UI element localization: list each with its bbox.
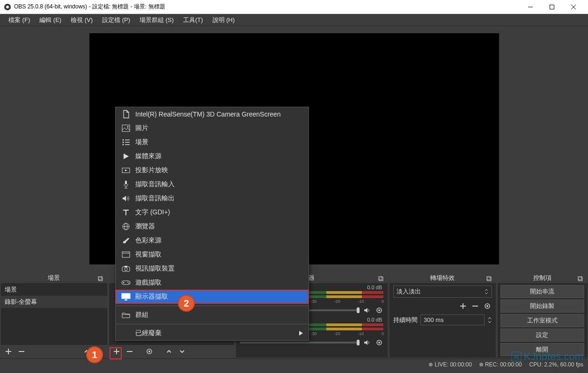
spinner-up[interactable] xyxy=(487,316,492,320)
mixer-title-partial: 器 xyxy=(309,274,315,282)
window-icon xyxy=(121,250,131,259)
svg-point-35 xyxy=(123,139,124,141)
folder-icon xyxy=(121,310,131,320)
controls-title: 控制項 xyxy=(533,274,551,282)
play-icon xyxy=(121,152,131,161)
add-scene-button[interactable] xyxy=(4,347,13,356)
svg-rect-44 xyxy=(125,181,127,184)
gear-icon[interactable] xyxy=(375,338,384,347)
svg-rect-31 xyxy=(579,277,582,281)
svg-text:网: 网 xyxy=(514,354,519,360)
ctx-item-game-capture[interactable]: 遊戲擷取 xyxy=(116,276,309,290)
menubar: 檔案 (F) 編輯 (E) 檢視 (V) 設定檔 (P) 場景群組 (S) 工具… xyxy=(0,14,588,26)
move-up-button[interactable] xyxy=(164,347,174,356)
ctx-item-deprecated[interactable]: 已經廢棄 xyxy=(116,326,309,340)
svg-marker-21 xyxy=(364,340,368,345)
ctx-item-text[interactable]: 文字 (GDI+) xyxy=(116,205,309,219)
window-titlebar: OBS 25.0.8 (64-bit, windows) - 設定檔: 無標題 … xyxy=(0,0,588,14)
spinner-down[interactable] xyxy=(487,320,492,324)
svg-marker-67 xyxy=(299,331,303,336)
duration-input[interactable]: 300 ms xyxy=(420,314,485,325)
remove-scene-button[interactable] xyxy=(17,347,26,356)
svg-point-37 xyxy=(123,142,124,143)
scene-item[interactable]: 場景 xyxy=(1,284,107,296)
menu-profile[interactable]: 設定檔 (P) xyxy=(97,14,135,26)
move-down-button[interactable] xyxy=(177,347,187,356)
menu-file[interactable]: 檔案 (F) xyxy=(4,14,35,26)
ctx-item-media[interactable]: 媒體來源 xyxy=(116,149,309,163)
text-icon xyxy=(121,208,131,217)
controls-panel: 控制項 開始串流 開始錄製 工作室模式 設定 離開 xyxy=(498,272,587,358)
ctx-item-color[interactable]: 色彩來源 xyxy=(116,234,309,248)
settings-button[interactable]: 設定 xyxy=(500,329,584,342)
ctx-item-display-capture[interactable]: 顯示器擷取 xyxy=(116,290,309,304)
popout-icon[interactable] xyxy=(485,274,494,284)
ctx-item-realsense[interactable]: Intel(R) RealSense(TM) 3D Camera GreenSc… xyxy=(116,107,309,121)
remove-source-button[interactable] xyxy=(125,347,134,356)
camera-icon xyxy=(121,264,131,273)
popout-icon[interactable] xyxy=(576,274,585,284)
svg-rect-3 xyxy=(550,5,554,9)
add-source-button[interactable] xyxy=(112,347,121,356)
ctx-item-video-capture[interactable]: 視訊擷取裝置 xyxy=(116,262,309,276)
svg-rect-53 xyxy=(122,252,130,257)
svg-rect-17 xyxy=(378,276,382,280)
rec-indicator-icon xyxy=(479,363,483,366)
svg-marker-47 xyxy=(123,196,126,201)
start-stream-button[interactable]: 開始串流 xyxy=(500,285,584,298)
ctx-item-slideshow[interactable]: 投影片放映 xyxy=(116,163,309,177)
annotation-badge-2: 2 xyxy=(178,295,195,312)
gear-icon[interactable] xyxy=(375,306,384,315)
svg-marker-18 xyxy=(364,308,368,313)
scenes-list[interactable]: 場景 錄影-全螢幕 xyxy=(1,284,107,344)
source-properties-button[interactable] xyxy=(145,347,154,356)
minimize-button[interactable] xyxy=(520,0,541,14)
svg-marker-43 xyxy=(125,169,127,171)
live-status: LIVE: 00:00:00 xyxy=(434,361,471,368)
svg-point-1 xyxy=(6,6,9,8)
duration-label: 持續時間 xyxy=(393,316,418,324)
maximize-button[interactable] xyxy=(541,0,563,14)
scenes-panel: 場景 場景 錄影-全螢幕 xyxy=(1,272,107,358)
svg-point-23 xyxy=(378,342,380,344)
add-transition-button[interactable] xyxy=(458,301,468,311)
svg-rect-24 xyxy=(487,277,491,281)
svg-rect-25 xyxy=(486,276,490,280)
ctx-item-audio-input[interactable]: 擷取音訊輸入 xyxy=(116,177,309,191)
ctx-item-scene[interactable]: 場景 xyxy=(116,135,309,149)
watermark: 网 KJnotes.com xyxy=(511,351,583,363)
gear-icon[interactable] xyxy=(483,301,492,311)
brush-icon xyxy=(121,236,131,245)
ctx-item-browser[interactable]: 瀏覽器 xyxy=(116,219,309,234)
ctx-item-audio-output[interactable]: 擷取音訊輸出 xyxy=(116,191,309,205)
menu-tools[interactable]: 工具(T) xyxy=(178,14,208,26)
image-icon xyxy=(121,124,131,133)
popout-icon[interactable] xyxy=(376,274,386,284)
slideshow-icon xyxy=(121,166,131,175)
speaker-icon[interactable] xyxy=(362,338,372,347)
svg-rect-57 xyxy=(125,266,127,267)
ctx-item-window-capture[interactable]: 視窗擷取 xyxy=(116,248,309,262)
studio-mode-button[interactable]: 工作室模式 xyxy=(500,314,584,327)
menu-edit[interactable]: 編輯 (E) xyxy=(35,14,66,26)
transition-select[interactable]: 淡入淡出 xyxy=(393,285,492,298)
ctx-item-image[interactable]: 圖片 xyxy=(116,121,309,135)
menu-help[interactable]: 說明 (H) xyxy=(208,14,240,26)
ctx-item-group[interactable]: 群組 xyxy=(116,308,309,322)
file-icon xyxy=(121,110,131,119)
menu-view[interactable]: 檢視 (V) xyxy=(66,14,97,26)
svg-rect-63 xyxy=(122,293,130,299)
speaker-icon xyxy=(121,194,131,203)
transitions-title: 轉場特效 xyxy=(430,274,455,282)
svg-point-15 xyxy=(148,351,150,352)
popout-icon[interactable] xyxy=(96,274,105,284)
speaker-icon[interactable] xyxy=(362,306,372,315)
start-record-button[interactable]: 開始錄製 xyxy=(500,300,584,313)
close-button[interactable] xyxy=(563,0,584,14)
submenu-arrow-icon xyxy=(299,331,303,336)
volume-slider[interactable] xyxy=(240,342,360,344)
remove-transition-button[interactable] xyxy=(470,301,480,311)
menu-scene-collection[interactable]: 場景群組 (S) xyxy=(135,14,178,26)
scene-item[interactable]: 錄影-全螢幕 xyxy=(1,296,107,308)
svg-rect-16 xyxy=(379,277,383,281)
